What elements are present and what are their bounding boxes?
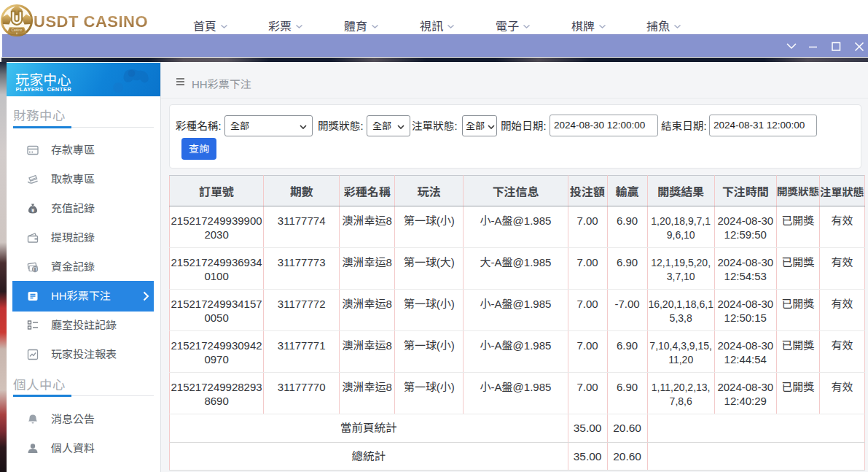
svg-text:Casino: Casino [12,28,23,32]
